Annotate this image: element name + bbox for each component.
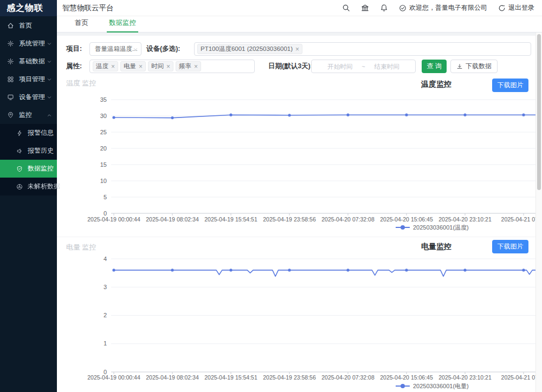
chevron-down-icon xyxy=(47,41,52,47)
sidebar: 感之物联 首页 系统管理 基础数据 项目管理 设备管理 监控 xyxy=(0,0,57,392)
svg-text:2025-04-20 23:10:21: 2025-04-20 23:10:21 xyxy=(438,374,492,381)
download-image-button[interactable]: 下载图片 xyxy=(492,240,528,253)
attribute-tag-label: 电量 xyxy=(124,62,136,70)
sidebar-item-alarm-info[interactable]: 报警信息 xyxy=(0,124,57,142)
svg-text:2: 2 xyxy=(104,312,107,318)
welcome-text: 欢迎您，普量电子有限公司 xyxy=(409,3,487,12)
welcome-user[interactable]: 欢迎您，普量电子有限公司 xyxy=(399,3,487,12)
remove-tag-icon[interactable]: × xyxy=(194,63,198,70)
attribute-tag-label: 时间 xyxy=(151,62,164,70)
battery-section-label: 电量 监控 xyxy=(66,243,96,252)
sidebar-item-project-mgmt[interactable]: 项目管理 xyxy=(0,70,57,88)
svg-text:2025-04-20 23:10:21: 2025-04-20 23:10:21 xyxy=(438,216,492,223)
sidebar-item-home[interactable]: 首页 xyxy=(0,17,57,35)
date-separator: ~ xyxy=(362,63,365,70)
chevron-down-icon xyxy=(47,95,52,100)
speaker-icon xyxy=(16,148,23,154)
sidebar-item-label: 项目管理 xyxy=(19,75,45,84)
sidebar-item-monitor[interactable]: 监控 xyxy=(0,106,57,124)
search-icon[interactable] xyxy=(342,4,350,12)
chevron-down-icon xyxy=(133,47,138,52)
attribute-label: 属性: xyxy=(66,62,82,71)
sidebar-item-basic-data[interactable]: 基础数据 xyxy=(0,53,57,70)
date-end-input[interactable] xyxy=(367,63,406,70)
svg-text:202503036001(温度): 202503036001(温度) xyxy=(413,224,469,231)
sidebar-item-label: 监控 xyxy=(19,110,32,120)
project-select-value: 普量温箱温度... xyxy=(95,45,138,53)
sidebar-item-label: 报警历史 xyxy=(28,146,54,155)
svg-text:35: 35 xyxy=(100,96,107,103)
device-tag-label: PT100温度6001 (202503036001) xyxy=(201,45,293,53)
query-button[interactable]: 查 询 xyxy=(422,60,447,73)
remove-tag-icon[interactable]: × xyxy=(139,63,143,70)
svg-text:2025-04-20 07:32:08: 2025-04-20 07:32:08 xyxy=(321,374,375,381)
svg-text:202503036001(电量): 202503036001(电量) xyxy=(413,383,469,389)
temperature-chart-title: 温度监控 xyxy=(421,80,451,89)
sidebar-item-alarm-history[interactable]: 报警历史 xyxy=(0,142,57,160)
svg-text:0: 0 xyxy=(104,210,107,217)
date-start-input[interactable] xyxy=(320,63,359,70)
content-top-strip xyxy=(57,32,542,36)
battery-chart[interactable]: 012342025-04-19 00:00:442025-04-19 08:02… xyxy=(57,253,542,392)
logout-button[interactable]: 退出登录 xyxy=(498,3,534,12)
attribute-tag-label: 温度 xyxy=(96,62,108,70)
sidebar-item-data-monitor[interactable]: 数据监控 xyxy=(0,160,57,178)
remove-tag-icon[interactable]: × xyxy=(166,63,170,70)
date-range-picker[interactable]: ~ xyxy=(311,60,416,73)
device-icon xyxy=(7,94,14,101)
remove-tag-icon[interactable]: × xyxy=(111,63,115,70)
content-area: 项目: 普量温箱温度... 设备(多选): PT100温度6001 (20250… xyxy=(57,32,542,392)
attribute-tag: 温度 × xyxy=(93,61,118,71)
sidebar-item-label: 数据监控 xyxy=(28,164,54,173)
download-image-button[interactable]: 下载图片 xyxy=(492,79,528,92)
svg-text:15: 15 xyxy=(100,161,107,168)
bank-icon[interactable] xyxy=(361,4,369,12)
sidebar-item-device-mgmt[interactable]: 设备管理 xyxy=(0,88,57,106)
gear-icon xyxy=(7,40,14,47)
bell-icon[interactable] xyxy=(380,4,388,12)
svg-text:10: 10 xyxy=(100,178,107,184)
tab-home[interactable]: 首页 xyxy=(75,18,88,32)
battery-chart-title: 电量监控 xyxy=(421,242,451,252)
bolt-icon xyxy=(16,130,23,136)
app-logo: 感之物联 xyxy=(0,0,57,16)
tab-data-monitor[interactable]: 数据监控 xyxy=(109,18,136,32)
top-header: 智慧物联云平台 欢迎您，普量电子有限公司 退出登录 xyxy=(57,0,542,16)
svg-text:2025-04-20 15:06:45: 2025-04-20 15:06:45 xyxy=(380,216,433,223)
svg-text:4: 4 xyxy=(104,256,107,262)
project-select[interactable]: 普量温箱温度... xyxy=(89,42,141,56)
svg-text:2025-04-19 00:00:44: 2025-04-19 00:00:44 xyxy=(87,216,140,223)
sidebar-item-system-mgmt[interactable]: 系统管理 xyxy=(0,35,57,53)
sidebar-item-label: 设备管理 xyxy=(19,93,45,102)
sidebar-submenu-monitor: 报警信息 报警历史 数据监控 未解析数据 xyxy=(0,124,57,195)
device-label: 设备(多选): xyxy=(146,44,180,54)
svg-text:25: 25 xyxy=(100,129,107,135)
svg-text:2025-04-20 07:32:08: 2025-04-20 07:32:08 xyxy=(321,216,375,223)
sidebar-item-label: 基础数据 xyxy=(19,57,45,66)
download-data-button[interactable]: 下载数据 xyxy=(450,60,498,73)
device-multiselect-input[interactable]: PT100温度6001 (202503036001) × xyxy=(194,42,531,56)
chevron-down-icon xyxy=(47,59,52,64)
temperature-section-label: 温度 监控 xyxy=(66,79,96,88)
sidebar-item-unparsed-data[interactable]: 未解析数据 xyxy=(0,178,57,195)
svg-text:2025-04-19 08:02:34: 2025-04-19 08:02:34 xyxy=(146,216,199,223)
scrollbar-thumb[interactable] xyxy=(537,34,541,190)
logout-label: 退出登录 xyxy=(508,3,534,12)
svg-text:2025-04-19 23:58:56: 2025-04-19 23:58:56 xyxy=(263,374,316,381)
attribute-tag: 时间 × xyxy=(148,61,173,71)
project-label: 项目: xyxy=(66,44,82,54)
shield-check-icon xyxy=(16,166,23,172)
gear-icon xyxy=(7,58,14,65)
vertical-scrollbar xyxy=(535,32,542,392)
remove-tag-icon[interactable]: × xyxy=(295,46,299,53)
page-title: 智慧物联云平台 xyxy=(62,3,114,13)
temperature-chart[interactable]: 051015202530352025-04-19 00:00:442025-04… xyxy=(57,93,542,230)
attribute-tag-label: 频率 xyxy=(179,62,191,70)
sidebar-item-label: 系统管理 xyxy=(19,39,45,48)
sidebar-item-label: 报警信息 xyxy=(28,128,54,138)
attribute-multiselect-input[interactable]: 温度 × 电量 × 时间 × 频率 × xyxy=(89,60,255,73)
svg-text:5: 5 xyxy=(104,194,107,200)
svg-text:1: 1 xyxy=(104,340,107,347)
sidebar-menu: 首页 系统管理 基础数据 项目管理 设备管理 监控 xyxy=(0,16,57,195)
attribute-tag: 频率 × xyxy=(176,61,201,71)
